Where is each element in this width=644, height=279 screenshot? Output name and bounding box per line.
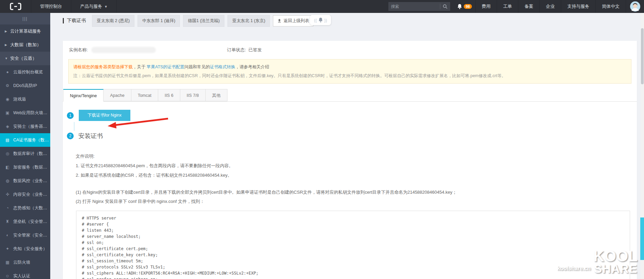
sound-wave-right-icon: )): [324, 18, 327, 23]
instance-name-label: 实例名称:: [69, 47, 88, 53]
encryption-icon: ◧: [5, 165, 10, 170]
sidebar-item-game-shield[interactable]: ◉游戏盾: [0, 92, 50, 106]
step-1-badge: 1: [67, 112, 74, 119]
file-desc-title: 文件说明:: [76, 152, 630, 161]
sidebar-item-encryption[interactable]: ◧加密服务（数据安全）: [0, 160, 50, 174]
code-line: # HTTPS server: [82, 215, 624, 221]
notifications-button[interactable]: 98: [455, 0, 475, 13]
sidebar-item-xianzhi[interactable]: ✦先知（安全服务）: [0, 242, 50, 256]
nav-console[interactable]: 管理控制台: [31, 0, 71, 13]
sidebar-item-bastion[interactable]: ♜堡垒机（安全管理）: [0, 215, 50, 228]
sidebar-item-real-person-auth[interactable]: ☺实人认证: [0, 269, 50, 279]
feedback-tab[interactable]: [640, 217, 644, 260]
sidebar-item-label: 安骑士（服务器安全）: [13, 124, 50, 129]
chevron-down-icon: ▼: [5, 57, 10, 60]
tab-tomcat[interactable]: Tomcat: [131, 89, 158, 101]
code-line: # server_name localhost;: [82, 233, 624, 240]
server-type-tabs: Nginx/Tengine Apache Tomcat IIS 6 IIS 7/…: [63, 89, 637, 102]
sidebar-group-cloud-computing[interactable]: ▶ 云计算基础服务: [0, 24, 50, 38]
code-line: # ssl_prefer_server_ciphers on;: [82, 276, 624, 279]
page-title: 下载证书: [67, 18, 86, 24]
back-to-list-label: 返回上级列表: [283, 18, 309, 24]
region-button-tokyo[interactable]: 亚太东北 1 (东京): [227, 15, 270, 27]
notice-text: 问题和常见的: [184, 65, 210, 69]
nav-billing[interactable]: 费用: [475, 0, 497, 13]
install-instructions: (1) 在Nginx的安装目录下创建cert目录，并且将下载的全部文件拷贝到ce…: [76, 188, 630, 206]
sidebar-item-label: 云防火墙: [13, 260, 30, 265]
content-network-icon: ✣: [5, 192, 10, 197]
sidebar-item-ddos[interactable]: ⚙DDoS高防IP: [0, 79, 50, 92]
sidebar-item-label: 加密服务（数据安全）: [13, 164, 50, 170]
notice-line-1: 请根据您的服务器类型选择下载，关于 苹果ATS的证书配置问题和常见的证书格式转换…: [73, 63, 626, 71]
sidebar-item-label: 先知（安全服务）: [13, 246, 47, 252]
file-desc-item-1: 1. 证书文件214588208460454.pem，包含两段内容，请不要删除任…: [76, 161, 630, 171]
sidebar-group-security[interactable]: ▼ 安全（云盾）: [0, 52, 50, 65]
sidebar-item-content-security[interactable]: ✣内容安全（业务安全）: [0, 188, 50, 201]
sidebar: ||| ▶ 云计算基础服务 ▶ 大数据（数加） ▼ 安全（云盾） ●云盾控制台概…: [0, 13, 50, 279]
sidebar-item-cloud-firewall[interactable]: ▦云防火墙: [0, 256, 50, 269]
page-header: 下载证书 亚太东南 2 (悉尼) 中东东部 1 (迪拜) 德国1 (法兰克福) …: [50, 13, 644, 29]
code-line: # ssl_certificate cert.pem;: [82, 246, 624, 252]
search-icon[interactable]: [443, 4, 447, 9]
gear-icon: ⚙: [5, 83, 10, 88]
nav-enterprise[interactable]: 企业: [539, 0, 561, 13]
sidebar-item-risk-control[interactable]: ◍数据风控（业务安全）: [0, 174, 50, 188]
tab-iis78[interactable]: IIS 7/8: [180, 89, 206, 101]
region-button-frankfurt[interactable]: 德国1 (法兰克福): [183, 15, 224, 27]
region-button-sydney[interactable]: 亚太东南 2 (悉尼): [92, 15, 134, 27]
audit-target-icon: ◎: [5, 151, 10, 156]
search-input[interactable]: [391, 4, 438, 9]
person-verify-icon: ☺: [5, 274, 10, 278]
tab-iis6[interactable]: IIS 6: [158, 89, 180, 101]
butler-globe-icon: ◐: [5, 233, 10, 238]
download-certificate-button[interactable]: 下载证书for Nginx: [79, 110, 130, 121]
code-line: # listen 443;: [82, 227, 624, 233]
code-line: # #server {: [82, 221, 624, 227]
back-to-list-button[interactable]: 返回上级列表: [273, 15, 313, 27]
sidebar-item-db-audit[interactable]: ◎数据库审计（数据安...: [0, 147, 50, 160]
aliyun-logo[interactable]: [0, 0, 31, 13]
search-box: [388, 2, 450, 11]
sidebar-item-security-butler[interactable]: ◐安全管家（安全服务）: [0, 228, 50, 242]
waf-shield-icon: ▣: [5, 110, 10, 115]
scrollbar-thumb[interactable]: [641, 28, 644, 84]
bird-icon: ✦: [5, 246, 10, 251]
sidebar-item-yundun-overview[interactable]: ●云盾控制台概览: [0, 65, 50, 79]
aliyun-logo-icon: [10, 3, 22, 10]
ats-config-link[interactable]: 苹果ATS的证书配置: [147, 65, 184, 69]
nav-icp[interactable]: 备案: [518, 0, 539, 13]
sidebar-item-label: 态势感知（大数据安...: [13, 205, 50, 211]
sidebar-item-anknight[interactable]: ◈安骑士（服务器安全）: [0, 120, 50, 133]
notification-widget[interactable]: (( )): [310, 15, 331, 25]
notice-text: ，关于: [133, 65, 147, 69]
main-content: 下载证书 亚太东南 2 (悉尼) 中东东部 1 (迪拜) 德国1 (法兰克福) …: [50, 13, 644, 279]
tab-other[interactable]: 其他: [206, 89, 227, 101]
format-convert-link[interactable]: 证书格式转换: [210, 65, 235, 69]
avatar[interactable]: [626, 0, 644, 13]
install-step-2: (2) 打开 Nginx 安装目录下 conf 目录中的 nginx.conf …: [76, 197, 630, 206]
sidebar-group-big-data[interactable]: ▶ 大数据（数加）: [0, 38, 50, 52]
tab-nginx-tengine[interactable]: Nginx/Tengine: [63, 89, 104, 102]
step-connector-line: [74, 122, 74, 131]
nav-language[interactable]: 简体中文: [595, 0, 626, 13]
tab-apache[interactable]: Apache: [104, 89, 131, 101]
region-button-dubai[interactable]: 中东东部 1 (迪拜): [137, 15, 180, 27]
sidebar-item-waf[interactable]: ▣Web应用防火墙（网...: [0, 106, 50, 120]
nav-support[interactable]: 支持与服务: [561, 0, 595, 13]
sidebar-group-label: 云计算基础服务: [10, 28, 41, 34]
order-status: 订单状态: 已签发: [227, 47, 262, 53]
app-window: 管理控制台 产品与服务 ▼ 98 费用 工单 备案 企业 支持与服务 简体中文: [0, 0, 644, 279]
nav-products[interactable]: 产品与服务 ▼: [71, 0, 117, 13]
sidebar-collapse-button[interactable]: |||: [0, 13, 50, 24]
sidebar-item-label: DDoS高防IP: [13, 83, 37, 89]
sidebar-group-label: 大数据（数加）: [10, 42, 41, 48]
nav-tickets[interactable]: 工单: [497, 0, 518, 13]
game-shield-icon: ◉: [5, 97, 10, 102]
file-desc-item-2: 2. 如果是证书系统创建的CSR，还包含：证书私钥文件2145882084604…: [76, 171, 630, 180]
firewall-icon: ▦: [5, 260, 10, 265]
title-accent-bar: [63, 18, 64, 23]
sidebar-item-situation-awareness[interactable]: ◔态势感知（大数据安...: [0, 201, 50, 215]
code-line: # ssl on;: [82, 240, 624, 246]
sidebar-item-ca-cert[interactable]: ▤CA证书服务（数据安...: [0, 133, 50, 147]
step-2-badge: 2: [67, 133, 74, 139]
